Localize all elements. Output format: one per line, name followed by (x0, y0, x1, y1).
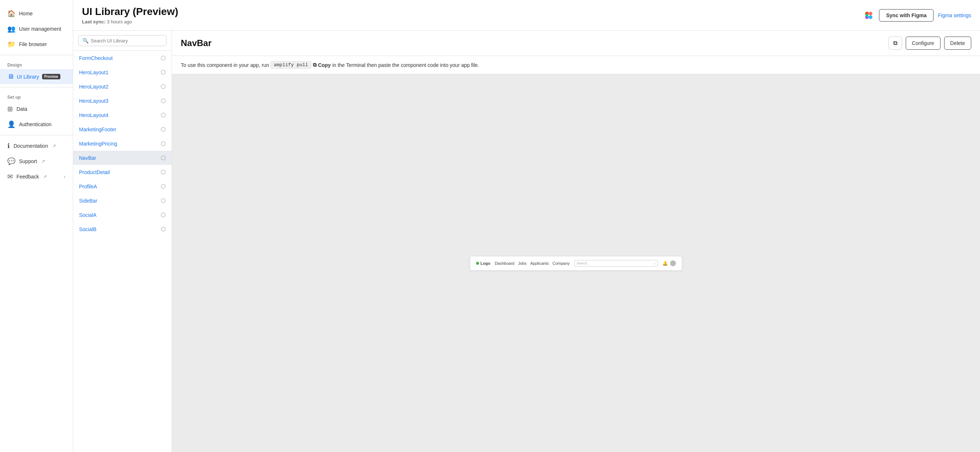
sidebar-item-authentication[interactable]: 👤 Authentication (0, 117, 73, 132)
figma-settings-link[interactable]: Figma settings (938, 13, 971, 18)
sidebar-item-user-management[interactable]: 👥 User management (0, 21, 73, 36)
sidebar-item-label: Home (19, 11, 33, 16)
component-icon: ⬡ (161, 69, 166, 76)
sidebar-item-support[interactable]: 💬 Support ↗ (0, 154, 73, 169)
library-item[interactable]: FormCheckout ⬡ (73, 51, 172, 65)
feedback-icon: ✉ (7, 173, 13, 181)
code-snippet: amplify pull (270, 61, 312, 69)
setup-section-label: Set up (0, 90, 73, 101)
library-item[interactable]: SideBar ⬡ (73, 193, 172, 208)
library-item-name: MarketingFooter (79, 127, 116, 132)
content-area: 🔍 FormCheckout ⬡ HeroLayout1 ⬡ HeroLayou… (73, 31, 980, 452)
logo-dot (476, 262, 479, 265)
bell-icon: 🔔 (662, 261, 668, 266)
collapse-icon[interactable]: ‹ (64, 174, 65, 179)
navbar-search-placeholder: Search... (577, 262, 590, 265)
library-item[interactable]: ProfileA ⬡ (73, 179, 172, 193)
copy-icon-button[interactable]: ⧉ (889, 36, 902, 50)
docs-icon: ℹ (7, 142, 10, 150)
instruction-prefix: To use this component in your app, run (181, 62, 269, 68)
component-icon: ⬡ (161, 211, 166, 218)
sidebar-item-ui-library[interactable]: 🖥 UI Library Preview (0, 69, 73, 84)
sidebar-item-file-browser[interactable]: 📁 File browser (0, 36, 73, 52)
component-icon: ⬡ (161, 97, 166, 104)
navbar-preview-mockup: Logo Dashboard Jobs Applicants Company S… (470, 256, 682, 271)
library-item[interactable]: SocialA ⬡ (73, 208, 172, 222)
component-icon: ⬡ (161, 226, 166, 233)
external-link-icon-3: ↗ (43, 174, 47, 179)
svg-point-3 (869, 15, 872, 19)
library-item-name: SocialA (79, 212, 96, 218)
library-list: FormCheckout ⬡ HeroLayout1 ⬡ HeroLayout2… (73, 51, 172, 452)
navbar-links: Dashboard Jobs Applicants Company (495, 261, 570, 265)
external-link-icon: ↗ (52, 143, 56, 149)
library-item[interactable]: HeroLayout2 ⬡ (73, 79, 172, 94)
component-icon: ⬡ (161, 168, 166, 176)
library-item[interactable]: ProductDetail ⬡ (73, 165, 172, 179)
last-sync-value: 3 hours ago (107, 19, 132, 24)
navbar-logo: Logo (476, 261, 490, 265)
navbar-search-icon: ⌕ (654, 262, 655, 265)
sidebar-item-feedback[interactable]: ✉ Feedback ↗ ‹ (0, 169, 73, 184)
sidebar-item-label: Documentation (14, 143, 48, 149)
sidebar-item-label: File browser (19, 41, 47, 47)
library-item-name: FormCheckout (79, 55, 113, 61)
navbar-search: Search... ⌕ (574, 260, 658, 266)
delete-button[interactable]: Delete (944, 36, 971, 50)
sidebar-item-label: Authentication (19, 121, 52, 127)
component-icon: ⬡ (161, 111, 166, 119)
logo-label: Logo (480, 261, 490, 265)
page-title: UI Library (Preview) (82, 6, 178, 17)
header-actions: Sync with Figma Figma settings (863, 9, 971, 22)
library-item[interactable]: MarketingFooter ⬡ (73, 122, 172, 136)
component-title: NavBar (181, 38, 212, 48)
library-item[interactable]: HeroLayout1 ⬡ (73, 65, 172, 79)
nav-link-company: Company (552, 261, 570, 265)
library-item[interactable]: HeroLayout4 ⬡ (73, 108, 172, 122)
library-search-container: 🔍 (73, 31, 172, 51)
home-icon: 🏠 (7, 10, 15, 17)
preview-canvas: Logo Dashboard Jobs Applicants Company S… (172, 74, 980, 452)
preview-info-bar: To use this component in your app, run a… (172, 56, 980, 74)
library-item-name: NavBar (79, 155, 96, 161)
library-item[interactable]: HeroLayout3 ⬡ (73, 94, 172, 108)
component-icon: ⬡ (161, 126, 166, 133)
search-input[interactable] (91, 38, 162, 43)
library-item[interactable]: MarketingPricing ⬡ (73, 136, 172, 151)
page-header: UI Library (Preview) Last sync: 3 hours … (73, 0, 980, 31)
library-item-name: HeroLayout1 (79, 70, 108, 75)
sidebar-item-label: Feedback (16, 174, 39, 179)
instruction-suffix: in the Terminal then paste the component… (332, 62, 479, 68)
sidebar-item-data[interactable]: ⊞ Data (0, 101, 73, 117)
library-panel: 🔍 FormCheckout ⬡ HeroLayout1 ⬡ HeroLayou… (73, 31, 172, 452)
users-icon: 👥 (7, 25, 15, 33)
copy-button[interactable]: ⧉ Copy (313, 62, 331, 68)
last-sync-info: Last sync: 3 hours ago (82, 19, 178, 24)
header-left: UI Library (Preview) Last sync: 3 hours … (82, 6, 178, 24)
library-item-name: HeroLayout3 (79, 98, 108, 104)
data-icon: ⊞ (7, 105, 13, 113)
sidebar-item-label: Support (19, 159, 37, 164)
navbar-icons: 🔔 (662, 260, 676, 266)
library-item-name: SocialB (79, 226, 96, 232)
preview-panel: NavBar ⧉ Configure Delete To use this co… (172, 31, 980, 452)
configure-button[interactable]: Configure (906, 36, 940, 50)
library-item-name: MarketingPricing (79, 141, 117, 147)
support-icon: 💬 (7, 157, 15, 165)
component-icon: ⬡ (161, 83, 166, 90)
external-link-icon-2: ↗ (41, 159, 45, 164)
figma-logo (863, 10, 875, 21)
sidebar-item-home[interactable]: 🏠 Home (0, 6, 73, 21)
library-item[interactable]: SocialB ⬡ (73, 222, 172, 236)
svg-point-1 (869, 12, 872, 15)
component-icon: ⬡ (161, 183, 166, 190)
nav-link-jobs: Jobs (518, 261, 527, 265)
sync-with-figma-button[interactable]: Sync with Figma (879, 9, 933, 22)
library-item[interactable]: NavBar ⬡ (73, 151, 172, 165)
library-item-name: SideBar (79, 198, 97, 204)
library-item-name: HeroLayout2 (79, 84, 108, 90)
sidebar-item-documentation[interactable]: ℹ Documentation ↗ (0, 138, 73, 154)
search-wrap: 🔍 (78, 35, 167, 46)
library-item-name: HeroLayout4 (79, 112, 108, 118)
nav-link-applicants: Applicants (530, 261, 549, 265)
